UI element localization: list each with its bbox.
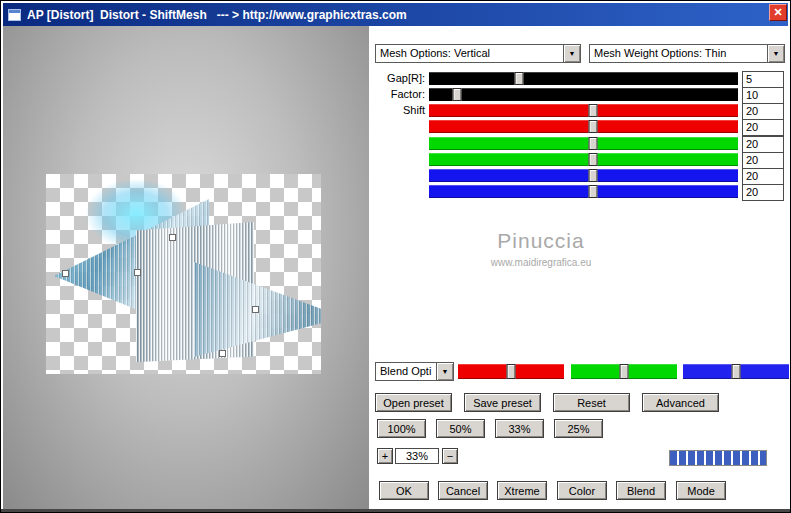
- mesh-weight-options-value: Mesh Weight Options: Thin: [590, 45, 767, 62]
- zoom-33-button[interactable]: 33%: [495, 419, 544, 438]
- watermark-url: www.maidiregrafica.eu: [421, 257, 661, 268]
- slider-thumb[interactable]: [732, 364, 741, 379]
- chevron-down-icon[interactable]: ▼: [767, 45, 784, 62]
- shift-value-2[interactable]: 20: [742, 119, 784, 136]
- slider-track-fill: [429, 104, 738, 117]
- close-button[interactable]: ✕: [769, 4, 787, 21]
- blend-blue-slider[interactable]: [683, 364, 789, 379]
- dialog-bottom-edge: [1, 509, 790, 512]
- shift-value-4[interactable]: 20: [742, 152, 784, 169]
- zoom-50-button[interactable]: 50%: [436, 419, 485, 438]
- slider-track-fill: [429, 153, 738, 166]
- app-icon: [8, 9, 21, 21]
- shift-slider-2[interactable]: [429, 120, 738, 133]
- slider-track-fill: [429, 169, 738, 182]
- shift-value-6[interactable]: 20: [742, 184, 784, 201]
- slider-thumb[interactable]: [588, 104, 597, 117]
- window-title: AP [Distort] Distort - ShiftMesh --- > h…: [27, 8, 407, 22]
- slider-track-fill: [429, 185, 738, 198]
- shift-slider-4[interactable]: [429, 153, 738, 166]
- zoom-minus-button[interactable]: −: [442, 448, 458, 464]
- watermark-name: Pinuccia: [421, 229, 661, 253]
- shift-slider-5[interactable]: [429, 169, 738, 182]
- blend-green-slider[interactable]: [571, 364, 677, 379]
- xtreme-button[interactable]: Xtreme: [497, 481, 547, 500]
- color-button[interactable]: Color: [557, 481, 607, 500]
- shiftmesh-dialog: AP [Distort] Distort - ShiftMesh --- > h…: [0, 0, 791, 513]
- mesh-handle[interactable]: [169, 234, 176, 241]
- title-bar[interactable]: AP [Distort] Distort - ShiftMesh --- > h…: [3, 3, 788, 26]
- gap-label: Gap[R]:: [367, 72, 425, 85]
- mode-button[interactable]: Mode: [676, 481, 726, 500]
- open-preset-button[interactable]: Open preset: [375, 393, 452, 412]
- mesh-weight-options-select[interactable]: Mesh Weight Options: Thin ▼: [589, 44, 785, 63]
- progress-indicator: [669, 450, 767, 466]
- slider-thumb[interactable]: [452, 88, 461, 101]
- mesh-options-value: Mesh Options: Vertical: [376, 45, 563, 62]
- mesh-handle[interactable]: [252, 306, 259, 313]
- cancel-button[interactable]: Cancel: [438, 481, 488, 500]
- shift-value-5[interactable]: 20: [742, 168, 784, 185]
- slider-thumb[interactable]: [588, 153, 597, 166]
- preview-panel: [3, 26, 369, 509]
- factor-value[interactable]: 10: [742, 87, 784, 104]
- shift-value-1[interactable]: 20: [742, 103, 784, 120]
- shift-slider-1[interactable]: [429, 104, 738, 117]
- advanced-button[interactable]: Advanced: [642, 393, 719, 412]
- mesh-handle[interactable]: [134, 269, 141, 276]
- chevron-down-icon[interactable]: ▼: [436, 363, 453, 380]
- shift-slider-3[interactable]: [429, 137, 738, 150]
- zoom-100-button[interactable]: 100%: [377, 419, 426, 438]
- factor-label: Factor:: [367, 88, 425, 101]
- zoom-plus-button[interactable]: +: [377, 448, 393, 464]
- shift-label: Shift: [367, 104, 425, 117]
- blend-button[interactable]: Blend: [616, 481, 666, 500]
- shift-value-3[interactable]: 20: [742, 136, 784, 153]
- slider-thumb[interactable]: [507, 364, 516, 379]
- blend-red-slider[interactable]: [458, 364, 564, 379]
- slider-track-fill: [429, 120, 738, 133]
- mesh-handle[interactable]: [62, 270, 69, 277]
- chevron-down-icon[interactable]: ▼: [563, 45, 580, 62]
- slider-track-fill: [429, 137, 738, 150]
- reset-button[interactable]: Reset: [553, 393, 630, 412]
- blend-options-value: Blend Opti: [376, 363, 436, 380]
- mesh-handle[interactable]: [219, 350, 226, 357]
- slider-track-fill: [429, 72, 738, 85]
- gap-value[interactable]: 5: [742, 71, 784, 88]
- shift-slider-6[interactable]: [429, 185, 738, 198]
- slider-thumb[interactable]: [588, 137, 597, 150]
- slider-track-fill: [429, 88, 738, 101]
- slider-thumb[interactable]: [588, 120, 597, 133]
- blend-options-select[interactable]: Blend Opti ▼: [375, 362, 454, 381]
- slider-thumb[interactable]: [514, 72, 523, 85]
- watermark: Pinuccia www.maidiregrafica.eu: [421, 229, 661, 268]
- slider-thumb[interactable]: [588, 185, 597, 198]
- mesh-options-select[interactable]: Mesh Options: Vertical ▼: [375, 44, 581, 63]
- ok-button[interactable]: OK: [379, 481, 429, 500]
- slider-thumb[interactable]: [620, 364, 629, 379]
- gap-slider[interactable]: [429, 72, 738, 85]
- save-preset-button[interactable]: Save preset: [464, 393, 541, 412]
- slider-thumb[interactable]: [588, 169, 597, 182]
- zoom-value[interactable]: 33%: [395, 448, 439, 464]
- factor-slider[interactable]: [429, 88, 738, 101]
- zoom-25-button[interactable]: 25%: [554, 419, 603, 438]
- preview-image[interactable]: [46, 174, 321, 374]
